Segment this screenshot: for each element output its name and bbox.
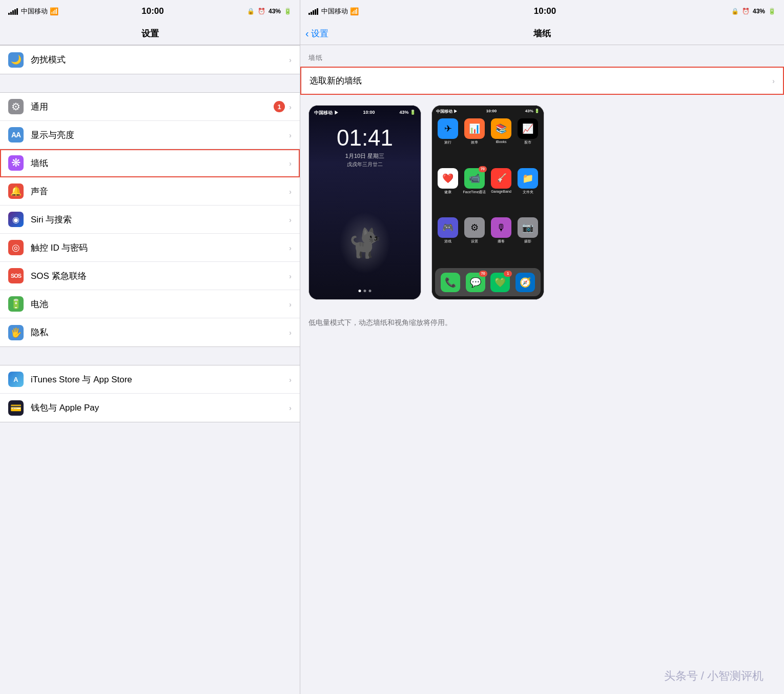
- wallet-chevron: ›: [289, 403, 292, 412]
- right-carrier-label: 中国移动: [321, 7, 348, 16]
- lock-screen-bg: 中国移动 ▶ 10:00 43% 🔋 01:41 1月10日 星期三 戊戌年三月…: [309, 106, 421, 299]
- watermark: 头条号 / 小智测评机: [664, 668, 764, 684]
- general-label: 通用: [31, 101, 274, 113]
- dnd-icon: 🌙: [8, 52, 24, 68]
- touchid-icon: ◎: [8, 240, 24, 255]
- lock-status-bar: 中国移动 ▶ 10:00 43% 🔋: [309, 106, 421, 116]
- right-signal: 中国移动 📶: [308, 7, 359, 16]
- right-nav-bar: ‹ 设置 墙纸: [300, 23, 784, 45]
- settings-item-touchid[interactable]: ◎ 触控 ID 与密码 ›: [0, 234, 300, 262]
- battery-label: 43%: [269, 8, 281, 15]
- carrier-label: 中国移动: [21, 7, 48, 16]
- battery-chevron: ›: [289, 300, 292, 309]
- wallpaper-previews: 中国移动 ▶ 10:00 43% 🔋 01:41 1月10日 星期三 戊戌年三月…: [300, 95, 784, 310]
- home-battery: 43% 🔋: [525, 109, 540, 114]
- app-settings: ⚙ 设置: [463, 217, 486, 264]
- wallpaper-icon: ❋: [8, 155, 24, 171]
- settings-item-wallet[interactable]: 💳 钱包与 Apple Pay ›: [0, 394, 300, 422]
- settings-item-siri[interactable]: ◉ Siri 与搜索 ›: [0, 206, 300, 234]
- settings-group-2: ⚙ 通用 1 › AA 显示与亮度 › ❋ 墙纸 › 🔔 声音 ›: [0, 92, 300, 347]
- home-screen-preview[interactable]: 中国移动 ▶ 10:00 43% 🔋 ✈ 旅行 📊 效率: [431, 105, 544, 300]
- garage-icon: 🎸: [491, 168, 511, 189]
- itunes-icon: A: [8, 372, 24, 387]
- alarm-icon: ⏰: [258, 8, 265, 15]
- lock-dots: [359, 290, 372, 292]
- settings-group-3: A iTunes Store 与 App Store › 💳 钱包与 Apple…: [0, 365, 300, 422]
- left-right-icons: 🔒 ⏰ 43% 🔋: [247, 8, 292, 15]
- efficiency-icon: 📊: [464, 118, 485, 139]
- right-panel: 中国移动 📶 10:00 🔒 ⏰ 43% 🔋 ‹ 设置 墙纸 墙纸 选取新的墙纸…: [300, 0, 784, 694]
- select-wallpaper-label: 选取新的墙纸: [310, 75, 772, 87]
- settings-home-icon: ⚙: [464, 217, 485, 238]
- lock-carrier: 中国移动 ▶: [314, 110, 339, 116]
- right-alarm-icon: ⏰: [742, 8, 750, 15]
- settings-item-battery[interactable]: 🔋 电池 ›: [0, 290, 300, 318]
- wallpaper-section-label: 墙纸: [300, 45, 784, 67]
- home-status-bar: 中国移动 ▶ 10:00 43% 🔋: [432, 106, 544, 114]
- itunes-label: iTunes Store 与 App Store: [31, 374, 289, 385]
- camera-icon: 📷: [518, 217, 538, 238]
- sound-icon: 🔔: [8, 183, 24, 199]
- sos-icon: SOS: [8, 268, 24, 283]
- general-icon: ⚙: [8, 99, 24, 114]
- app-podcasts: 🎙 播客: [489, 217, 513, 264]
- lock-screen-preview[interactable]: 中国移动 ▶ 10:00 43% 🔋 01:41 1月10日 星期三 戊戌年三月…: [308, 105, 421, 300]
- right-battery-icon: 🔋: [768, 8, 776, 15]
- home-carrier: 中国移动 ▶: [436, 109, 458, 114]
- touchid-chevron: ›: [289, 243, 292, 252]
- settings-item-wallpaper[interactable]: ❋ 墙纸 ›: [0, 149, 300, 177]
- separator-1: [0, 74, 300, 92]
- battery-icon-item: 🔋: [8, 296, 24, 312]
- dock-wechat: 💚: [490, 273, 510, 292]
- facetime-icon: 📹: [464, 168, 485, 189]
- privacy-chevron: ›: [289, 328, 292, 337]
- sos-chevron: ›: [289, 272, 292, 280]
- app-efficiency: 📊 效率: [463, 118, 486, 165]
- wallpaper-label: 墙纸: [31, 157, 289, 169]
- settings-item-sound[interactable]: 🔔 声音 ›: [0, 177, 300, 206]
- back-button[interactable]: ‹ 设置: [305, 28, 328, 39]
- dnd-label: 勿扰模式: [31, 54, 289, 66]
- wechat-dock-icon: 💚: [490, 273, 510, 292]
- wallpaper-chevron: ›: [289, 159, 292, 168]
- settings-item-display[interactable]: AA 显示与亮度 ›: [0, 121, 300, 149]
- left-page-title: 设置: [141, 28, 159, 39]
- left-time: 10:00: [141, 6, 163, 16]
- settings-item-general[interactable]: ⚙ 通用 1 ›: [0, 93, 300, 121]
- signal-bars-icon: [8, 8, 18, 15]
- phone-dock-icon: 📞: [441, 273, 460, 292]
- siri-chevron: ›: [289, 215, 292, 224]
- wallet-label: 钱包与 Apple Pay: [31, 402, 289, 414]
- messages-dock-icon: 💬: [466, 273, 485, 292]
- dock-phone: 📞: [441, 273, 460, 292]
- app-health: ❤️ 健康: [436, 168, 460, 215]
- right-page-title: 墙纸: [533, 28, 551, 39]
- settings-item-privacy[interactable]: 🖐 隐私 ›: [0, 318, 300, 346]
- app-facetime: 📹 FaceTime通话: [463, 168, 486, 215]
- home-time-bar: 10:00: [486, 109, 497, 114]
- separator-2: [0, 347, 300, 365]
- travel-icon: ✈: [438, 118, 458, 139]
- settings-item-itunes[interactable]: A iTunes Store 与 App Store ›: [0, 365, 300, 394]
- dot-1: [359, 290, 361, 292]
- app-camera: 📷 摄影: [516, 217, 540, 264]
- app-ibooks: 📚 iBooks: [489, 118, 513, 165]
- privacy-icon: 🖐: [8, 325, 24, 340]
- left-signal: 中国移动 📶: [8, 7, 58, 16]
- wifi-icon: 📶: [50, 7, 58, 15]
- settings-item-dnd[interactable]: 🌙 勿扰模式 ›: [0, 46, 300, 74]
- right-signal-bars-icon: [308, 8, 318, 15]
- right-status-bar: 中国移动 📶 10:00 🔒 ⏰ 43% 🔋: [300, 0, 784, 23]
- touchid-label: 触控 ID 与密码: [31, 242, 289, 254]
- settings-item-sos[interactable]: SOS SOS 紧急联络 ›: [0, 262, 300, 290]
- back-label: 设置: [311, 28, 328, 39]
- battery-label-item: 电池: [31, 298, 289, 310]
- safari-dock-icon: 🧭: [515, 273, 535, 292]
- select-wallpaper-row[interactable]: 选取新的墙纸 ›: [300, 67, 784, 95]
- podcasts-icon: 🎙: [491, 217, 511, 238]
- dock-messages: 💬: [466, 273, 485, 292]
- stocks-icon: 📈: [518, 118, 538, 139]
- left-status-bar: 中国移动 📶 10:00 🔒 ⏰ 43% 🔋: [0, 0, 300, 23]
- siri-icon: ◉: [8, 212, 24, 227]
- home-screen-bg: 中国移动 ▶ 10:00 43% 🔋 ✈ 旅行 📊 效率: [432, 106, 544, 299]
